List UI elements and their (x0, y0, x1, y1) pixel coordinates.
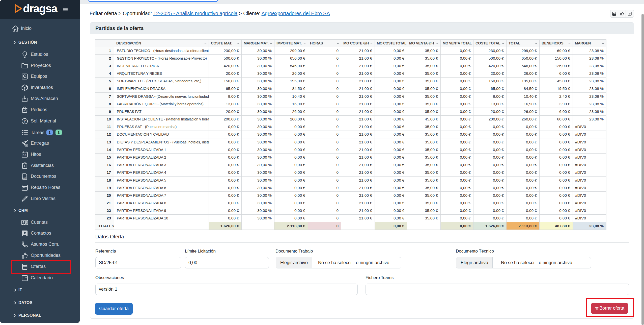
svg-text:DOC: DOC (22, 177, 26, 179)
svg-text:19: 19 (23, 154, 26, 157)
svg-text:?: ? (24, 119, 26, 123)
